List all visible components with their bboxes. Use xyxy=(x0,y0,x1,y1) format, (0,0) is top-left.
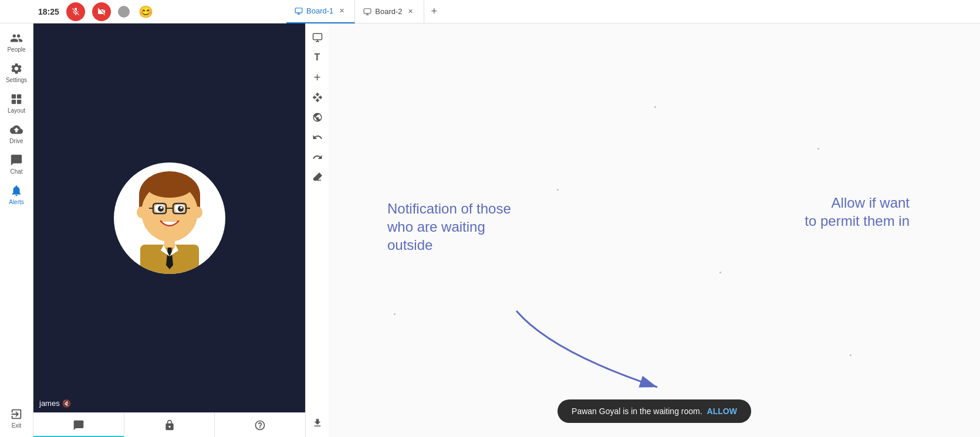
tab-board2[interactable]: Board-2 ✕ xyxy=(355,0,424,23)
allow-button[interactable]: ALLOW xyxy=(707,406,737,416)
mic-mute-icon xyxy=(71,7,80,16)
sidebar-drive-label: Drive xyxy=(9,138,23,144)
tab-board1-label: Board-1 xyxy=(306,6,333,15)
download-icon xyxy=(312,418,323,428)
sidebar-item-people[interactable]: People xyxy=(0,28,33,56)
annotation-text-2: Allow if want to permit them in xyxy=(805,194,910,230)
avatar-svg xyxy=(120,162,219,274)
sidebar: People Settings Layout Drive Chat Alerts… xyxy=(0,23,33,437)
sidebar-item-layout[interactable]: Layout xyxy=(0,89,33,117)
svg-rect-3 xyxy=(364,8,371,13)
layout-icon xyxy=(10,93,23,106)
vb-tab-chat[interactable] xyxy=(33,413,124,437)
sidebar-item-exit[interactable]: Exit xyxy=(0,404,33,432)
move-tool-button[interactable] xyxy=(308,88,327,107)
board-tool-button[interactable] xyxy=(308,28,327,47)
time-display: 18:25 xyxy=(38,7,59,16)
svg-rect-7 xyxy=(17,94,21,99)
toolbar-panel: T + xyxy=(305,23,329,437)
chat-tab-icon xyxy=(73,419,85,431)
drive-icon xyxy=(10,123,23,136)
whiteboard[interactable]: Notification of those who are waiting ou… xyxy=(329,23,980,437)
zoom-in-button[interactable]: + xyxy=(308,68,327,87)
status-button[interactable] xyxy=(118,6,130,18)
sidebar-exit-label: Exit xyxy=(12,422,22,429)
globe-button[interactable] xyxy=(308,108,327,127)
lock-tab-icon xyxy=(164,419,175,431)
text-tool-button[interactable]: T xyxy=(308,48,327,67)
sidebar-item-drive[interactable]: Drive xyxy=(0,120,33,148)
video-area: james 🔇 xyxy=(33,23,305,412)
emoji-button[interactable]: 😊 xyxy=(137,2,156,21)
question-tab-icon xyxy=(254,419,266,431)
svg-rect-9 xyxy=(17,100,21,104)
sidebar-item-alerts[interactable]: Alerts xyxy=(0,181,33,209)
alerts-icon xyxy=(10,184,23,197)
annotation-text-1: Notification of those who are waiting ou… xyxy=(387,199,511,255)
tab-board2-label: Board-2 xyxy=(375,7,402,16)
notification-message: Pawan Goyal is in the waiting room. xyxy=(572,406,702,416)
sidebar-alerts-label: Alerts xyxy=(9,199,24,205)
redo-icon xyxy=(312,152,323,162)
tab-bar: Board-1 ✕ Board-2 ✕ + xyxy=(282,0,980,23)
board-tab-icon xyxy=(295,7,303,15)
sidebar-chat-label: Chat xyxy=(10,168,22,175)
tab-board1[interactable]: Board-1 ✕ xyxy=(286,0,355,23)
svg-rect-8 xyxy=(12,100,16,104)
svg-point-17 xyxy=(160,206,163,209)
people-icon xyxy=(10,32,23,45)
sidebar-settings-label: Settings xyxy=(6,77,27,83)
topbar-left: 18:25 😊 xyxy=(33,2,272,21)
svg-point-31 xyxy=(146,174,193,198)
video-off-icon xyxy=(97,7,106,16)
undo-button[interactable] xyxy=(308,128,327,147)
sidebar-item-chat[interactable]: Chat xyxy=(0,150,33,178)
svg-rect-28 xyxy=(164,236,175,248)
download-button[interactable] xyxy=(308,414,327,432)
sidebar-people-label: People xyxy=(7,46,25,53)
vb-tab-lock[interactable] xyxy=(124,413,215,437)
sidebar-item-settings[interactable]: Settings xyxy=(0,59,33,87)
redo-button[interactable] xyxy=(308,148,327,167)
eraser-icon xyxy=(312,172,323,182)
svg-point-18 xyxy=(180,206,183,209)
video-off-button[interactable] xyxy=(92,2,111,21)
sidebar-layout-label: Layout xyxy=(8,107,25,114)
chat-icon xyxy=(10,154,23,167)
move-tool-icon xyxy=(312,92,323,103)
exit-icon xyxy=(10,408,23,421)
svg-rect-6 xyxy=(12,94,16,99)
board2-tab-icon xyxy=(363,8,371,16)
settings-icon xyxy=(10,62,23,75)
svg-point-29 xyxy=(137,206,146,218)
vb-tab-question[interactable] xyxy=(215,413,305,437)
tab-board2-close[interactable]: ✕ xyxy=(406,7,415,16)
svg-rect-32 xyxy=(313,33,322,40)
svg-point-30 xyxy=(193,206,202,218)
board-tool-icon xyxy=(312,32,323,43)
svg-rect-0 xyxy=(295,8,302,12)
mute-button[interactable] xyxy=(66,2,85,21)
add-tab-button[interactable]: + xyxy=(424,5,445,18)
video-name-tag: james 🔇 xyxy=(39,399,71,408)
undo-icon xyxy=(312,132,323,143)
tab-board1-close[interactable]: ✕ xyxy=(337,6,346,16)
video-panel: james 🔇 xyxy=(33,23,305,437)
notification-toast: Pawan Goyal is in the waiting room. ALLO… xyxy=(557,399,751,423)
avatar-container xyxy=(114,162,225,274)
video-bottom-tabs xyxy=(33,412,305,437)
eraser-button[interactable] xyxy=(308,168,327,187)
globe-icon xyxy=(312,112,323,123)
